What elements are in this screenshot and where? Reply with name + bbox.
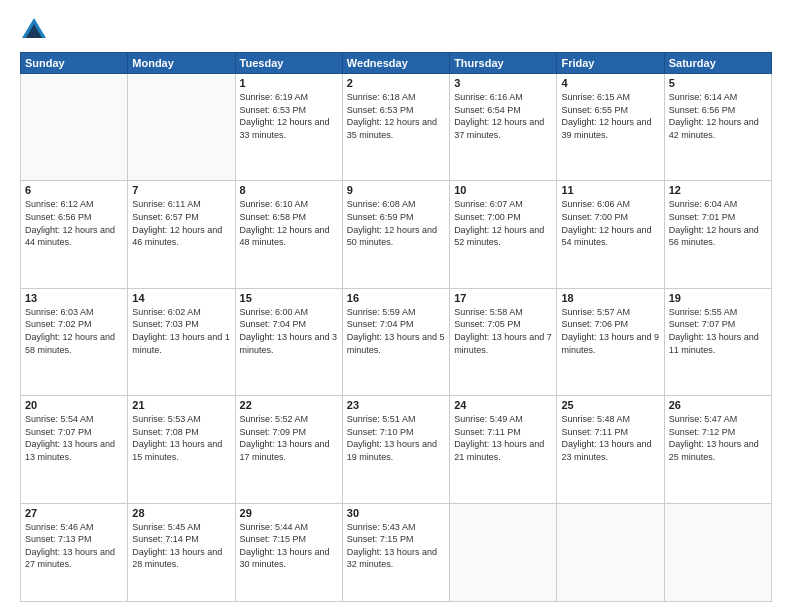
weekday-header-sunday: Sunday: [21, 53, 128, 74]
day-number: 12: [669, 184, 767, 196]
day-number: 22: [240, 399, 338, 411]
day-number: 9: [347, 184, 445, 196]
day-number: 18: [561, 292, 659, 304]
calendar-cell: 5Sunrise: 6:14 AM Sunset: 6:56 PM Daylig…: [664, 74, 771, 181]
calendar-cell: 10Sunrise: 6:07 AM Sunset: 7:00 PM Dayli…: [450, 181, 557, 288]
logo-icon: [20, 16, 48, 44]
day-info: Sunrise: 5:47 AM Sunset: 7:12 PM Dayligh…: [669, 413, 767, 463]
day-info: Sunrise: 6:02 AM Sunset: 7:03 PM Dayligh…: [132, 306, 230, 356]
calendar-cell: [21, 74, 128, 181]
day-info: Sunrise: 6:08 AM Sunset: 6:59 PM Dayligh…: [347, 198, 445, 248]
day-info: Sunrise: 6:18 AM Sunset: 6:53 PM Dayligh…: [347, 91, 445, 141]
weekday-header-friday: Friday: [557, 53, 664, 74]
calendar-cell: [557, 503, 664, 601]
day-info: Sunrise: 5:52 AM Sunset: 7:09 PM Dayligh…: [240, 413, 338, 463]
day-number: 6: [25, 184, 123, 196]
day-number: 17: [454, 292, 552, 304]
logo: [20, 16, 52, 44]
day-number: 16: [347, 292, 445, 304]
week-row-1: 1Sunrise: 6:19 AM Sunset: 6:53 PM Daylig…: [21, 74, 772, 181]
day-info: Sunrise: 5:54 AM Sunset: 7:07 PM Dayligh…: [25, 413, 123, 463]
weekday-header-wednesday: Wednesday: [342, 53, 449, 74]
calendar-cell: 27Sunrise: 5:46 AM Sunset: 7:13 PM Dayli…: [21, 503, 128, 601]
calendar-cell: 18Sunrise: 5:57 AM Sunset: 7:06 PM Dayli…: [557, 288, 664, 395]
weekday-header-monday: Monday: [128, 53, 235, 74]
calendar-cell: 19Sunrise: 5:55 AM Sunset: 7:07 PM Dayli…: [664, 288, 771, 395]
calendar-cell: 14Sunrise: 6:02 AM Sunset: 7:03 PM Dayli…: [128, 288, 235, 395]
day-info: Sunrise: 5:55 AM Sunset: 7:07 PM Dayligh…: [669, 306, 767, 356]
weekday-header-saturday: Saturday: [664, 53, 771, 74]
day-number: 15: [240, 292, 338, 304]
day-number: 4: [561, 77, 659, 89]
day-info: Sunrise: 6:00 AM Sunset: 7:04 PM Dayligh…: [240, 306, 338, 356]
calendar-cell: [664, 503, 771, 601]
day-number: 2: [347, 77, 445, 89]
day-info: Sunrise: 6:15 AM Sunset: 6:55 PM Dayligh…: [561, 91, 659, 141]
day-number: 20: [25, 399, 123, 411]
calendar-cell: [450, 503, 557, 601]
calendar-cell: 11Sunrise: 6:06 AM Sunset: 7:00 PM Dayli…: [557, 181, 664, 288]
day-number: 27: [25, 507, 123, 519]
day-info: Sunrise: 6:10 AM Sunset: 6:58 PM Dayligh…: [240, 198, 338, 248]
calendar-cell: 1Sunrise: 6:19 AM Sunset: 6:53 PM Daylig…: [235, 74, 342, 181]
calendar-cell: 13Sunrise: 6:03 AM Sunset: 7:02 PM Dayli…: [21, 288, 128, 395]
calendar-cell: [128, 74, 235, 181]
day-info: Sunrise: 6:07 AM Sunset: 7:00 PM Dayligh…: [454, 198, 552, 248]
day-info: Sunrise: 5:58 AM Sunset: 7:05 PM Dayligh…: [454, 306, 552, 356]
week-row-3: 13Sunrise: 6:03 AM Sunset: 7:02 PM Dayli…: [21, 288, 772, 395]
day-info: Sunrise: 6:03 AM Sunset: 7:02 PM Dayligh…: [25, 306, 123, 356]
day-info: Sunrise: 5:46 AM Sunset: 7:13 PM Dayligh…: [25, 521, 123, 571]
week-row-4: 20Sunrise: 5:54 AM Sunset: 7:07 PM Dayli…: [21, 396, 772, 503]
day-info: Sunrise: 6:14 AM Sunset: 6:56 PM Dayligh…: [669, 91, 767, 141]
day-number: 21: [132, 399, 230, 411]
calendar-cell: 22Sunrise: 5:52 AM Sunset: 7:09 PM Dayli…: [235, 396, 342, 503]
header: [20, 16, 772, 44]
day-info: Sunrise: 5:48 AM Sunset: 7:11 PM Dayligh…: [561, 413, 659, 463]
day-info: Sunrise: 5:44 AM Sunset: 7:15 PM Dayligh…: [240, 521, 338, 571]
calendar-cell: 6Sunrise: 6:12 AM Sunset: 6:56 PM Daylig…: [21, 181, 128, 288]
calendar-cell: 26Sunrise: 5:47 AM Sunset: 7:12 PM Dayli…: [664, 396, 771, 503]
day-number: 1: [240, 77, 338, 89]
week-row-5: 27Sunrise: 5:46 AM Sunset: 7:13 PM Dayli…: [21, 503, 772, 601]
calendar-cell: 20Sunrise: 5:54 AM Sunset: 7:07 PM Dayli…: [21, 396, 128, 503]
day-info: Sunrise: 6:04 AM Sunset: 7:01 PM Dayligh…: [669, 198, 767, 248]
calendar-cell: 4Sunrise: 6:15 AM Sunset: 6:55 PM Daylig…: [557, 74, 664, 181]
calendar-cell: 8Sunrise: 6:10 AM Sunset: 6:58 PM Daylig…: [235, 181, 342, 288]
day-info: Sunrise: 6:11 AM Sunset: 6:57 PM Dayligh…: [132, 198, 230, 248]
week-row-2: 6Sunrise: 6:12 AM Sunset: 6:56 PM Daylig…: [21, 181, 772, 288]
calendar-cell: 7Sunrise: 6:11 AM Sunset: 6:57 PM Daylig…: [128, 181, 235, 288]
day-info: Sunrise: 5:57 AM Sunset: 7:06 PM Dayligh…: [561, 306, 659, 356]
day-number: 29: [240, 507, 338, 519]
weekday-header-row: SundayMondayTuesdayWednesdayThursdayFrid…: [21, 53, 772, 74]
calendar-cell: 28Sunrise: 5:45 AM Sunset: 7:14 PM Dayli…: [128, 503, 235, 601]
day-number: 28: [132, 507, 230, 519]
calendar-cell: 12Sunrise: 6:04 AM Sunset: 7:01 PM Dayli…: [664, 181, 771, 288]
day-info: Sunrise: 5:43 AM Sunset: 7:15 PM Dayligh…: [347, 521, 445, 571]
page: SundayMondayTuesdayWednesdayThursdayFrid…: [0, 0, 792, 612]
calendar-cell: 16Sunrise: 5:59 AM Sunset: 7:04 PM Dayli…: [342, 288, 449, 395]
day-info: Sunrise: 6:12 AM Sunset: 6:56 PM Dayligh…: [25, 198, 123, 248]
calendar-cell: 24Sunrise: 5:49 AM Sunset: 7:11 PM Dayli…: [450, 396, 557, 503]
calendar-cell: 21Sunrise: 5:53 AM Sunset: 7:08 PM Dayli…: [128, 396, 235, 503]
calendar-cell: 15Sunrise: 6:00 AM Sunset: 7:04 PM Dayli…: [235, 288, 342, 395]
day-info: Sunrise: 6:16 AM Sunset: 6:54 PM Dayligh…: [454, 91, 552, 141]
day-number: 23: [347, 399, 445, 411]
day-number: 24: [454, 399, 552, 411]
day-info: Sunrise: 5:53 AM Sunset: 7:08 PM Dayligh…: [132, 413, 230, 463]
calendar-cell: 23Sunrise: 5:51 AM Sunset: 7:10 PM Dayli…: [342, 396, 449, 503]
day-info: Sunrise: 5:45 AM Sunset: 7:14 PM Dayligh…: [132, 521, 230, 571]
calendar-cell: 25Sunrise: 5:48 AM Sunset: 7:11 PM Dayli…: [557, 396, 664, 503]
calendar-cell: 9Sunrise: 6:08 AM Sunset: 6:59 PM Daylig…: [342, 181, 449, 288]
calendar-cell: 29Sunrise: 5:44 AM Sunset: 7:15 PM Dayli…: [235, 503, 342, 601]
day-number: 7: [132, 184, 230, 196]
day-number: 10: [454, 184, 552, 196]
day-number: 25: [561, 399, 659, 411]
calendar-cell: 30Sunrise: 5:43 AM Sunset: 7:15 PM Dayli…: [342, 503, 449, 601]
day-number: 13: [25, 292, 123, 304]
weekday-header-thursday: Thursday: [450, 53, 557, 74]
day-info: Sunrise: 5:51 AM Sunset: 7:10 PM Dayligh…: [347, 413, 445, 463]
calendar-cell: 2Sunrise: 6:18 AM Sunset: 6:53 PM Daylig…: [342, 74, 449, 181]
day-number: 3: [454, 77, 552, 89]
day-number: 5: [669, 77, 767, 89]
calendar-cell: 17Sunrise: 5:58 AM Sunset: 7:05 PM Dayli…: [450, 288, 557, 395]
